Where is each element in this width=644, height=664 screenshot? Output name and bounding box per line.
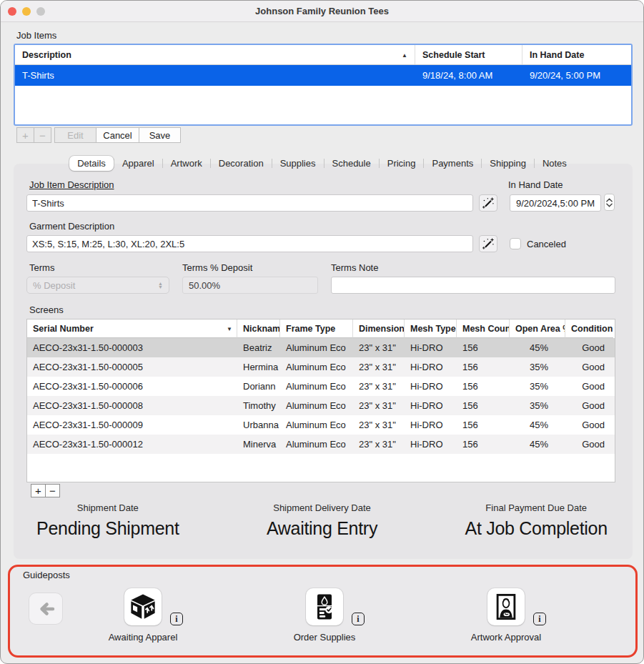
back-button[interactable] — [29, 593, 62, 624]
window-title: Johnson Family Reunion Tees — [255, 6, 389, 16]
tab-artwork[interactable]: Artwork — [163, 156, 210, 171]
zoom-window-button[interactable] — [36, 7, 45, 16]
tab-notes[interactable]: Notes — [535, 156, 575, 171]
magic-wand-icon — [482, 237, 495, 250]
tab-pricing[interactable]: Pricing — [380, 156, 424, 171]
framed-portrait-icon — [492, 592, 520, 622]
shipment-delivery-date-label: Shipment Delivery Date — [215, 502, 430, 513]
tab-shipping[interactable]: Shipping — [482, 156, 534, 171]
in-hand-date-field[interactable]: 9/20/2024, 5:00 PM — [510, 194, 601, 212]
job-items-header-schedule-start[interactable]: Schedule Start — [415, 45, 522, 64]
screens-table-row[interactable]: AECO-23x31-1.50-000003 Beatriz Aluminum … — [27, 338, 615, 357]
terms-percent-deposit-field[interactable]: 50.00% — [182, 277, 318, 294]
job-items-empty-area — [15, 86, 631, 120]
guidepost-awaiting-apparel[interactable]: i Awaiting Apparel — [86, 588, 200, 643]
in-hand-time-value: 5:00 PM — [560, 198, 595, 209]
tab-bar: Details Apparel Artwork Decoration Suppl… — [1, 155, 643, 172]
traffic-lights — [8, 7, 45, 16]
tab-apparel[interactable]: Apparel — [114, 156, 162, 171]
terms-note-input[interactable] — [331, 277, 615, 294]
magic-wand-button[interactable] — [479, 194, 497, 212]
screens-table-row[interactable]: AECO-23x31-1.50-000005 Hermina Aluminum … — [27, 357, 615, 377]
tab-decoration[interactable]: Decoration — [211, 156, 272, 171]
details-panel: Job Item Description In Hand Date 9/20/2… — [14, 164, 633, 559]
terms-select[interactable]: % Deposit ▲▼ — [26, 277, 169, 294]
minimize-window-button[interactable] — [22, 7, 31, 16]
guidepost-tile[interactable] — [487, 588, 525, 625]
final-payment-due-date-label: Final Payment Due Date — [429, 502, 643, 513]
in-hand-date-value: 9/20/2024, — [516, 198, 560, 209]
screens-header-open-area[interactable]: Open Area % — [510, 319, 565, 338]
sort-descending-icon: ▼ — [227, 326, 234, 332]
screens-header-mesh-type[interactable]: Mesh Type — [405, 319, 457, 338]
guidepost-tile[interactable] — [306, 588, 343, 625]
screens-header-serial-number[interactable]: Serial Number ▼ — [27, 319, 237, 338]
screens-table-row[interactable]: AECO-23x31-1.50-000008 Timothy Aluminum … — [27, 396, 615, 415]
guidepost-artwork-approval[interactable]: i Artwork Approval — [449, 588, 563, 643]
canceled-label: Canceled — [527, 239, 566, 249]
info-icon[interactable]: i — [170, 613, 183, 625]
remove-screen-button[interactable]: − — [45, 484, 60, 497]
guideposts-section-label: Guideposts — [23, 570, 70, 580]
screens-table-row[interactable]: AECO-23x31-1.50-000006 Doriann Aluminum … — [27, 377, 615, 396]
job-items-header-row: Description ▲ Schedule Start In Hand Dat… — [15, 45, 631, 65]
in-hand-date-stepper[interactable] — [604, 194, 615, 211]
screens-button-bar: + − — [31, 484, 59, 497]
select-chevrons-icon: ▲▼ — [158, 282, 163, 289]
screens-header-mesh-count[interactable]: Mesh Count — [457, 319, 510, 338]
screens-header-dimensions[interactable]: Dimensions — [353, 319, 405, 338]
final-payment-due-date-block: Final Payment Due Date At Job Completion — [429, 502, 643, 539]
job-items-selected-row[interactable]: T-Shirts 9/18/24, 8:00 AM 9/20/24, 5:00 … — [15, 65, 631, 86]
screens-table-row[interactable]: AECO-23x31-1.50-000009 Urbanna Aluminum … — [27, 415, 615, 435]
guidepost-label: Artwork Approval — [449, 632, 563, 643]
magic-wand-button[interactable] — [479, 235, 497, 252]
screens-section-label: Screens — [29, 304, 64, 315]
shipment-date-label: Shipment Date — [1, 502, 215, 513]
app-window: Johnson Family Reunion Tees Job Items De… — [0, 0, 644, 664]
canceled-checkbox[interactable] — [510, 238, 521, 249]
terms-percent-deposit-label: Terms % Deposit — [182, 262, 252, 273]
title-bar: Johnson Family Reunion Tees — [1, 1, 643, 22]
screens-header-nickname[interactable]: Nickname — [237, 319, 280, 338]
stepper-up-icon — [606, 198, 613, 202]
tab-schedule[interactable]: Schedule — [325, 156, 379, 171]
garment-description-input[interactable] — [26, 235, 473, 252]
summary-row: Shipment Date Pending Shipment Shipment … — [1, 502, 643, 539]
shipment-delivery-date-value: Awaiting Entry — [215, 518, 430, 539]
sort-ascending-icon: ▲ — [402, 52, 409, 59]
info-icon[interactable]: i — [533, 613, 546, 625]
edit-button[interactable]: Edit — [54, 127, 96, 143]
info-icon[interactable]: i — [352, 613, 365, 625]
add-screen-button[interactable]: + — [31, 484, 46, 497]
screens-header-frame-type[interactable]: Frame Type — [280, 319, 353, 338]
screens-header-condition[interactable]: Condition — [565, 319, 613, 338]
guidepost-order-supplies[interactable]: i Order Supplies — [267, 588, 382, 643]
job-item-description-label[interactable]: Job Item Description — [29, 179, 114, 190]
garment-description-label: Garment Description — [29, 221, 114, 232]
screens-table: Serial Number ▼ Nickname Frame Type Dime… — [26, 319, 615, 482]
guidepost-tile[interactable] — [124, 588, 162, 625]
tab-payments[interactable]: Payments — [424, 156, 481, 171]
terms-note-label: Terms Note — [331, 262, 378, 273]
close-window-button[interactable] — [8, 7, 16, 16]
save-button[interactable]: Save — [139, 127, 181, 143]
tab-details[interactable]: Details — [69, 156, 114, 171]
back-arrow-icon — [36, 601, 55, 617]
job-items-header-description[interactable]: Description ▲ — [15, 45, 415, 64]
job-item-description-cell: T-Shirts — [15, 65, 415, 86]
final-payment-due-date-value: At Job Completion — [429, 518, 643, 539]
guideposts-section: Guideposts i Awaiting Apparel — [8, 565, 638, 658]
tab-supplies[interactable]: Supplies — [272, 156, 324, 171]
stepper-down-icon — [606, 203, 613, 207]
shipment-delivery-date-block: Shipment Delivery Date Awaiting Entry — [215, 502, 430, 539]
remove-job-item-button[interactable]: − — [34, 127, 51, 143]
job-items-header-in-hand-date[interactable]: In Hand Date — [522, 45, 631, 64]
job-item-schedule-start-cell: 9/18/24, 8:00 AM — [415, 65, 522, 86]
ink-supplies-icon — [310, 592, 339, 622]
cancel-button[interactable]: Cancel — [96, 127, 139, 143]
screens-table-row[interactable]: AECO-23x31-1.50-000012 Minerva Aluminum … — [27, 435, 615, 454]
job-item-description-input[interactable] — [26, 194, 473, 212]
add-job-item-button[interactable]: + — [16, 127, 34, 143]
screens-header-row: Serial Number ▼ Nickname Frame Type Dime… — [27, 319, 615, 338]
magic-wand-icon — [482, 197, 495, 209]
